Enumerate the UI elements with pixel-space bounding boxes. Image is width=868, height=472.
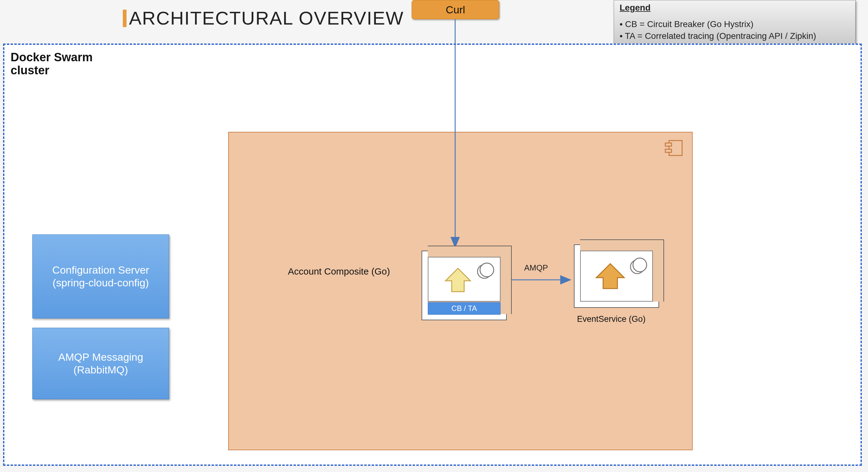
account-composite-label: Account Composite (Go) [288,266,390,277]
page-title: ARCHITECTURAL OVERVIEW [129,7,404,29]
curl-label: Curl [446,4,465,16]
legend-item: • TA = Correlated tracing (Opentracing A… [620,30,850,42]
svg-point-8 [633,258,647,272]
legend-box: Legend • CB = Circuit Breaker (Go Hystri… [614,0,856,48]
title-accent-bar [123,10,127,27]
cluster-label: Docker Swarm cluster [10,51,93,77]
service-inner [428,257,500,302]
configuration-server-box: Configuration Server (spring-cloud-confi… [32,234,169,318]
legend-item: • CB = Circuit Breaker (Go Hystrix) [620,18,850,30]
service-inner [580,251,653,302]
account-composite-service: CB / TA [422,251,507,320]
svg-marker-3 [445,268,470,292]
amqp-arrow-label: AMQP [524,263,548,273]
svg-marker-6 [596,264,624,288]
amqp-messaging-box: AMQP Messaging (RabbitMQ) [32,328,169,399]
amqp-messaging-label: AMQP Messaging (RabbitMQ) [38,351,163,376]
page-title-bar: ARCHITECTURAL OVERVIEW [123,7,404,29]
service-group-container: Account Composite (Go) CB / TA [228,132,693,450]
curl-client-box: Curl [412,0,499,19]
service-glyph [581,251,652,301]
svg-rect-1 [665,143,672,146]
docker-swarm-cluster: Docker Swarm cluster Configuration Serve… [3,43,862,466]
event-service-label: EventService (Go) [577,314,646,324]
svg-rect-2 [665,149,672,152]
event-service [574,244,659,308]
cb-ta-badge: CB / TA [428,302,500,315]
legend-title: Legend [620,3,850,13]
svg-point-5 [480,263,494,277]
component-icon [665,139,683,157]
configuration-server-label: Configuration Server (spring-cloud-confi… [52,264,149,289]
service-glyph [428,257,500,301]
